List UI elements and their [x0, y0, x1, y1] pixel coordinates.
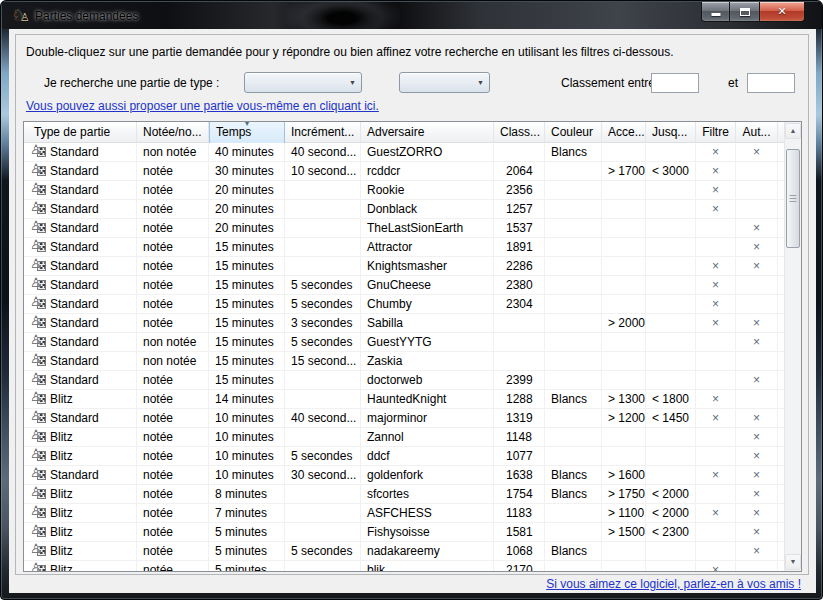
cell-below	[646, 542, 696, 561]
chess-piece-icon: ♙	[30, 239, 47, 253]
game-type-combobox[interactable]: ▼	[244, 72, 362, 93]
rating-max-input[interactable]	[747, 73, 795, 93]
table-row[interactable]: ♙Blitznotée5 minutesFishysoisse1581> 150…	[24, 523, 784, 542]
column-header-below[interactable]: Jusq...	[646, 122, 696, 143]
cell-rating: 1257	[494, 200, 545, 219]
table-row[interactable]: ♙Standardnotée15 minutesKnightsmasher228…	[24, 257, 784, 276]
table-row[interactable]: ♙Standardnotée15 minutesAttractor1891×	[24, 238, 784, 257]
table-row[interactable]: ♙Standardnotée20 minutesDonblack1257×	[24, 200, 784, 219]
cell-color: Blancs	[545, 485, 602, 504]
table-row[interactable]: ♙Standardnotée10 minutes30 second...gold…	[24, 466, 784, 485]
table-row[interactable]: ♙Standardnotée10 minutes40 second...majo…	[24, 409, 784, 428]
cell-auto: ×	[736, 485, 778, 504]
table-row[interactable]: ♙Standardnotée15 minutes5 secondesGnuChe…	[24, 276, 784, 295]
cell-filter: ×	[696, 390, 736, 409]
cell-above	[602, 447, 646, 466]
cell-auto: ×	[736, 542, 778, 561]
cell-opponent: ddcf	[361, 447, 494, 466]
cell-above: > 1100	[602, 504, 646, 523]
chess-piece-icon: ♙	[30, 220, 47, 234]
title-bar[interactable]: ♞ ♙ Parties demandées ✕	[2, 2, 823, 29]
secondary-filter-combobox[interactable]: ▼	[399, 72, 490, 93]
table-row[interactable]: ♙Standardnotée30 minutes10 second...rcdd…	[24, 162, 784, 181]
column-header-time[interactable]: Temps▾	[209, 122, 285, 143]
scrollbar-thumb[interactable]	[786, 149, 800, 248]
cell-filter	[696, 428, 736, 447]
column-header-label: Acce...	[608, 125, 645, 139]
scroll-up-button[interactable]: ▲	[785, 123, 801, 139]
and-label: et	[728, 76, 738, 90]
table-row[interactable]: ♙Standardnotée15 minutesdoctorweb2399×	[24, 371, 784, 390]
minimize-button[interactable]	[701, 2, 730, 22]
cell-below	[646, 561, 696, 571]
cell-color	[545, 352, 602, 371]
cell-above	[602, 371, 646, 390]
propose-game-link[interactable]: Vous pouvez aussi proposer une partie vo…	[26, 99, 379, 113]
vertical-scrollbar[interactable]: ▲ ▼	[784, 122, 801, 571]
rating-min-input[interactable]	[651, 73, 699, 93]
cell-auto: ×	[736, 219, 778, 238]
cell-opponent: HauntedKnight	[361, 390, 494, 409]
table-row[interactable]: ♙Blitznotée5 minutesblik2170×	[24, 561, 784, 571]
table-row[interactable]: ♙Standardnotée15 minutes3 secondesSabill…	[24, 314, 784, 333]
window-title: Parties demandées	[35, 9, 138, 23]
cell-color: Blancs	[545, 390, 602, 409]
table-row[interactable]: ♙Blitznotée10 minutes5 secondesddcf1077×	[24, 447, 784, 466]
tell-friends-link[interactable]: Si vous aimez ce logiciel, parlez-en à v…	[546, 577, 801, 591]
cell-auto: ×	[736, 428, 778, 447]
scroll-down-button[interactable]: ▼	[785, 554, 801, 570]
chess-piece-icon: ♙	[30, 562, 47, 571]
table-row[interactable]: ♙Blitznotée7 minutesASFCHESS1183> 1100< …	[24, 504, 784, 523]
cell-increment: 40 second...	[285, 143, 361, 162]
cell-opponent: majorminor	[361, 409, 494, 428]
column-header-opponent[interactable]: Adversaire	[361, 122, 494, 143]
table-row[interactable]: ♙Standardnon notée15 minutes5 secondesGu…	[24, 333, 784, 352]
table-row[interactable]: ♙Blitznotée8 minutessfcortes1754Blancs> …	[24, 485, 784, 504]
maximize-icon	[740, 8, 750, 16]
table-header: Type de partieNotée/no...Temps▾Incrément…	[24, 122, 784, 143]
chevron-down-icon: ▼	[349, 79, 356, 86]
column-header-label: Type de partie	[34, 125, 110, 139]
column-header-above[interactable]: Acce...	[602, 122, 646, 143]
chess-piece-icon: ♙	[30, 505, 47, 519]
cell-below	[646, 200, 696, 219]
cell-opponent: ASFCHESS	[361, 504, 494, 523]
cell-rated: notée	[137, 314, 209, 333]
cell-color	[545, 333, 602, 352]
cell-above	[602, 181, 646, 200]
cell-increment: 5 secondes	[285, 542, 361, 561]
close-button[interactable]: ✕	[760, 2, 805, 22]
cell-opponent: Fishysoisse	[361, 523, 494, 542]
column-header-color[interactable]: Couleur	[545, 122, 602, 143]
table-row[interactable]: ♙Standardnotée15 minutes5 secondesChumby…	[24, 295, 784, 314]
cell-type: ♙Blitz	[24, 523, 137, 542]
table-row[interactable]: ♙Standardnotée20 minutesRookie2356×	[24, 181, 784, 200]
table-row[interactable]: ♙Standardnon notée15 minutes15 second...…	[24, 352, 784, 371]
column-header-rated[interactable]: Notée/no...	[137, 122, 209, 143]
column-header-auto[interactable]: Aut...	[736, 122, 778, 143]
cell-type: ♙Standard	[24, 276, 137, 295]
column-header-rating[interactable]: Class...	[494, 122, 545, 143]
table-row[interactable]: ♙Blitznotée10 minutesZannol1148×	[24, 428, 784, 447]
cell-color	[545, 219, 602, 238]
table-row[interactable]: ♙Blitznotée5 minutes5 secondesnadakareem…	[24, 542, 784, 561]
cell-type: ♙Standard	[24, 238, 137, 257]
cell-filter	[696, 485, 736, 504]
table-row[interactable]: ♙Standardnotée20 minutesTheLastSionEarth…	[24, 219, 784, 238]
table-row[interactable]: ♙Standardnon notée40 minutes40 second...…	[24, 143, 784, 162]
chess-piece-icon: ♙	[30, 448, 47, 462]
cell-type: ♙Standard	[24, 314, 137, 333]
maximize-button[interactable]	[730, 2, 760, 22]
cell-time: 5 minutes	[209, 523, 285, 542]
cell-type: ♙Standard	[24, 371, 137, 390]
cell-auto: ×	[736, 371, 778, 390]
cell-above	[602, 257, 646, 276]
chess-piece-icon: ♙	[30, 201, 47, 215]
column-header-type[interactable]: Type de partie	[24, 122, 137, 143]
column-header-increment[interactable]: Incrément...	[285, 122, 361, 143]
cell-rating: 2286	[494, 257, 545, 276]
column-header-filter[interactable]: Filtre	[696, 122, 736, 143]
table-row[interactable]: ♙Blitznotée14 minutesHauntedKnight1288Bl…	[24, 390, 784, 409]
cell-increment	[285, 257, 361, 276]
chess-piece-icon: ♙	[30, 486, 47, 500]
